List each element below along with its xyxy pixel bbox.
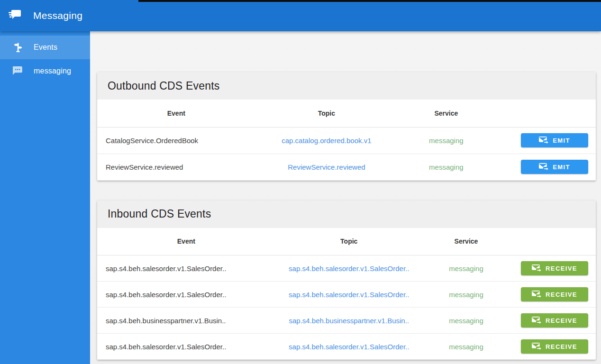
mail-receive-icon bbox=[532, 291, 541, 298]
topic-cell: ReviewService.reviewed bbox=[247, 154, 407, 180]
topic-link[interactable]: ReviewService.reviewed bbox=[288, 163, 365, 171]
mail-receive-icon bbox=[532, 317, 541, 324]
topic-cell: sap.s4.beh.businesspartner.v1.Busin.. bbox=[267, 308, 431, 334]
receive-button-label: RECEIVE bbox=[546, 291, 577, 298]
event-cell: sap.s4.beh.salesorder.v1.SalesOrder.. bbox=[97, 334, 267, 360]
app-layout: Events messaging Outbound CDS Events bbox=[0, 31, 601, 364]
topic-link[interactable]: sap.s4.beh.salesorder.v1.SalesOrder.. bbox=[289, 291, 409, 299]
action-cell: RECEIVE bbox=[501, 308, 596, 334]
emit-button[interactable]: EMIT bbox=[521, 133, 588, 147]
topic-cell: sap.s4.beh.salesorder.v1.SalesOrder.. bbox=[267, 282, 431, 308]
outbound-events-card: Outbound CDS Events Event Topic Service … bbox=[97, 72, 596, 181]
sidebar-item-label: messaging bbox=[34, 67, 71, 75]
inbound-card-title: Inbound CDS Events bbox=[108, 208, 211, 220]
receive-button-label: RECEIVE bbox=[546, 343, 577, 350]
top-border-strip bbox=[138, 0, 601, 2]
sidebar-item-events[interactable]: Events bbox=[0, 36, 90, 59]
table-header-row: Event Topic Service bbox=[97, 228, 596, 255]
column-header-topic: Topic bbox=[267, 228, 431, 255]
column-header-action bbox=[486, 100, 596, 127]
action-cell: RECEIVE bbox=[501, 334, 596, 360]
emit-button[interactable]: EMIT bbox=[521, 160, 588, 174]
table-row: sap.s4.beh.salesorder.v1.SalesOrder.. sa… bbox=[97, 334, 596, 360]
outbound-card-header: Outbound CDS Events bbox=[97, 72, 596, 100]
column-header-service: Service bbox=[431, 228, 501, 255]
service-cell: messaging bbox=[431, 282, 501, 308]
sidebar-nav: Events messaging bbox=[0, 31, 90, 364]
chat-bubble-icon bbox=[12, 66, 24, 76]
topic-link[interactable]: sap.s4.beh.salesorder.v1.SalesOrder.. bbox=[289, 343, 409, 351]
main-content: Outbound CDS Events Event Topic Service … bbox=[90, 31, 601, 364]
event-cell: sap.s4.beh.businesspartner.v1.Busin.. bbox=[97, 308, 267, 334]
messaging-app-icon bbox=[9, 9, 23, 22]
outbound-card-title: Outbound CDS Events bbox=[108, 80, 219, 92]
topic-cell: sap.s4.beh.salesorder.v1.SalesOrder.. bbox=[267, 255, 431, 282]
table-header-row: Event Topic Service bbox=[97, 100, 596, 127]
receive-button[interactable]: RECEIVE bbox=[521, 261, 588, 275]
emit-button-label: EMIT bbox=[553, 137, 570, 144]
table-row: sap.s4.beh.salesorder.v1.SalesOrder.. sa… bbox=[97, 282, 596, 308]
event-cell: CatalogService.OrderedBook bbox=[97, 127, 247, 154]
receive-button[interactable]: RECEIVE bbox=[521, 313, 588, 328]
topic-cell: cap.catalog.ordered.book.v1 bbox=[247, 127, 407, 154]
mail-receive-icon bbox=[532, 343, 541, 350]
action-cell: EMIT bbox=[486, 127, 596, 154]
app-header: Messaging bbox=[0, 0, 601, 31]
sidebar-item-label: Events bbox=[34, 43, 57, 52]
topic-cell: sap.s4.beh.salesorder.v1.SalesOrder.. bbox=[267, 334, 431, 360]
table-row: CatalogService.OrderedBook cap.catalog.o… bbox=[97, 127, 596, 154]
column-header-event: Event bbox=[97, 100, 247, 127]
table-row: sap.s4.beh.salesorder.v1.SalesOrder.. sa… bbox=[97, 255, 596, 282]
emit-button-label: EMIT bbox=[553, 164, 570, 171]
page-title: Messaging bbox=[33, 10, 82, 21]
inbound-events-card: Inbound CDS Events Event Topic Service s… bbox=[97, 200, 596, 360]
table-row: sap.s4.beh.businesspartner.v1.Busin.. sa… bbox=[97, 308, 596, 334]
inbound-card-header: Inbound CDS Events bbox=[97, 200, 596, 228]
mail-send-icon bbox=[539, 163, 548, 171]
column-header-service: Service bbox=[406, 100, 486, 127]
sidebar-item-messaging[interactable]: messaging bbox=[0, 59, 90, 83]
column-header-action bbox=[501, 228, 596, 255]
receive-button-label: RECEIVE bbox=[546, 317, 577, 324]
action-cell: EMIT bbox=[486, 154, 596, 180]
service-cell: messaging bbox=[431, 255, 501, 282]
outbound-events-table: Event Topic Service CatalogService.Order… bbox=[97, 100, 596, 181]
topic-link[interactable]: sap.s4.beh.salesorder.v1.SalesOrder.. bbox=[289, 264, 409, 273]
mail-send-icon bbox=[539, 136, 548, 144]
receive-button[interactable]: RECEIVE bbox=[521, 287, 588, 301]
receive-button[interactable]: RECEIVE bbox=[521, 339, 588, 354]
action-cell: RECEIVE bbox=[501, 282, 596, 308]
table-row: ReviewService.reviewed ReviewService.rev… bbox=[97, 154, 596, 180]
topic-link[interactable]: cap.catalog.ordered.book.v1 bbox=[282, 136, 371, 145]
receive-button-label: RECEIVE bbox=[546, 265, 577, 272]
signpost-icon bbox=[12, 42, 24, 53]
inbound-events-table: Event Topic Service sap.s4.beh.salesorde… bbox=[97, 228, 596, 360]
service-cell: messaging bbox=[431, 308, 501, 334]
service-cell: messaging bbox=[406, 127, 486, 154]
service-cell: messaging bbox=[406, 154, 486, 180]
mail-receive-icon bbox=[532, 264, 541, 272]
column-header-topic: Topic bbox=[247, 100, 407, 127]
column-header-event: Event bbox=[97, 228, 267, 255]
topic-link[interactable]: sap.s4.beh.businesspartner.v1.Busin.. bbox=[289, 317, 410, 325]
event-cell: sap.s4.beh.salesorder.v1.SalesOrder.. bbox=[97, 282, 267, 308]
service-cell: messaging bbox=[431, 334, 501, 360]
event-cell: ReviewService.reviewed bbox=[97, 154, 247, 180]
action-cell: RECEIVE bbox=[501, 255, 596, 282]
event-cell: sap.s4.beh.salesorder.v1.SalesOrder.. bbox=[97, 255, 267, 282]
